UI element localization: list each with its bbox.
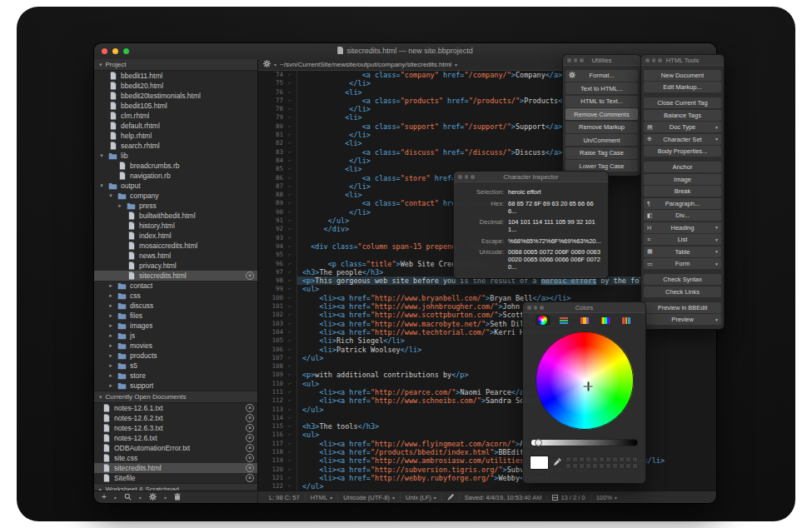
- tree-item[interactable]: builtwithbedit.html: [94, 211, 257, 221]
- crayons-mode-button[interactable]: [619, 315, 634, 326]
- palette-window-buttons[interactable]: [458, 175, 475, 179]
- tree-item[interactable]: ▸contact: [94, 281, 257, 291]
- character-inspector-titlebar[interactable]: Character Inspector: [454, 172, 608, 182]
- open-document-item[interactable]: notes-12.6.2.txt×: [94, 413, 257, 423]
- html-tools-button-doc-type[interactable]: ▤Doc Type▼: [644, 122, 721, 132]
- tree-item[interactable]: breadcrumbs.rb: [94, 161, 257, 171]
- tree-item[interactable]: ▸discuss: [94, 301, 257, 311]
- html-tools-button-break[interactable]: Break: [644, 186, 721, 197]
- swatch-grid[interactable]: [565, 456, 638, 469]
- code-line[interactable]: 115⌐<h3>The tools</h3>: [258, 422, 716, 431]
- code-line[interactable]: 108⌐: [258, 362, 716, 371]
- trash-icon[interactable]: [174, 493, 181, 502]
- swatch-cell[interactable]: [632, 463, 638, 469]
- close-document-icon[interactable]: ×: [246, 404, 254, 412]
- palette-window-buttons[interactable]: [527, 306, 544, 310]
- tree-item[interactable]: search.rhtml: [94, 141, 257, 151]
- tree-item[interactable]: ▸files: [94, 311, 257, 321]
- close-document-icon[interactable]: ×: [246, 414, 254, 422]
- swatch-cell[interactable]: [565, 456, 571, 462]
- tree-item[interactable]: ▾output: [94, 181, 257, 191]
- color-crosshair[interactable]: [584, 382, 593, 391]
- brightness-slider-knob[interactable]: [535, 439, 542, 446]
- swatch-cell[interactable]: [619, 456, 625, 462]
- add-item-button[interactable]: +: [102, 493, 107, 501]
- search-dropdown-icon[interactable]: ▾: [139, 495, 142, 501]
- html-tools-button-check-links[interactable]: Check Links: [644, 286, 721, 297]
- close-document-icon[interactable]: ×: [246, 444, 254, 452]
- open-document-item[interactable]: notes-12.6.1.txt×: [94, 403, 257, 413]
- tree-item[interactable]: bbedit20.html: [94, 81, 257, 91]
- open-document-item[interactable]: Sitefile×: [94, 473, 257, 483]
- code-line[interactable]: 111⌐ <li><a href="http://pearce.com/">Na…: [258, 388, 716, 396]
- html-tools-button-preview[interactable]: Preview▼: [644, 314, 721, 325]
- disclosure-open-icon[interactable]: ▾: [99, 62, 102, 68]
- html-tools-button-div[interactable]: ◧Div...: [644, 210, 721, 221]
- code-line[interactable]: 109⌐<p>with additional contributions by<…: [258, 371, 716, 379]
- eyedropper-icon[interactable]: [553, 455, 561, 470]
- brightness-slider[interactable]: [531, 440, 637, 446]
- palette-mode-button[interactable]: [577, 315, 592, 326]
- palette-window-buttons[interactable]: [567, 58, 584, 62]
- swatch-cell[interactable]: [612, 463, 618, 469]
- disclosure-closed-icon[interactable]: ▸: [107, 282, 114, 289]
- tree-item[interactable]: ▸store: [94, 371, 257, 381]
- color-wheel-mode-button[interactable]: [536, 315, 550, 326]
- close-document-icon[interactable]: ×: [246, 464, 254, 472]
- code-line[interactable]: 107⌐</ul>: [258, 354, 716, 362]
- edit-indicator[interactable]: [442, 494, 460, 501]
- disclosure-closed-icon[interactable]: ▸: [107, 302, 114, 309]
- disclosure-closed-icon[interactable]: ▸: [117, 202, 123, 209]
- open-document-item[interactable]: sitecredits.html×: [94, 463, 257, 473]
- tree-item[interactable]: ▾lib: [94, 151, 257, 161]
- language-menu[interactable]: HTML▾: [306, 494, 338, 501]
- swatch-cell[interactable]: [599, 463, 605, 469]
- tree-item[interactable]: ▸movies: [94, 341, 257, 351]
- swatch-cell[interactable]: [619, 463, 625, 469]
- code-line[interactable]: 112⌐ <li><a href="http://www.schneibs.co…: [258, 396, 716, 405]
- html-tools-button-preview-in-bbedit[interactable]: Preview in BBEdit: [644, 302, 721, 313]
- colors-palette-titlebar[interactable]: Colors: [523, 302, 645, 313]
- encoding-menu[interactable]: Unicode (UTF-8)▾: [338, 494, 401, 501]
- sliders-mode-button[interactable]: [556, 315, 571, 326]
- palette-window-buttons[interactable]: [645, 58, 662, 62]
- code-line[interactable]: 120⌐ <li><a href="http://subversion.tigr…: [258, 466, 716, 474]
- swatch-cell[interactable]: [592, 463, 598, 469]
- html-tools-button-heading[interactable]: HHeading▼: [644, 222, 721, 233]
- swatch-cell[interactable]: [599, 456, 605, 462]
- swatch-cell[interactable]: [585, 456, 591, 462]
- code-line[interactable]: 116⌐<ul>: [258, 431, 716, 439]
- tree-item[interactable]: ▸images: [94, 321, 257, 331]
- close-document-icon[interactable]: ×: [246, 434, 254, 442]
- utilities-palette-titlebar[interactable]: Utilities: [563, 55, 640, 66]
- swatch-cell[interactable]: [579, 463, 585, 469]
- code-line[interactable]: 119⌐ <li><a href="http://www.ambrosiasw.…: [258, 456, 716, 465]
- disclosure-closed-icon[interactable]: ▸: [107, 362, 114, 369]
- tree-item[interactable]: history.html: [94, 221, 257, 231]
- close-document-icon[interactable]: ×: [246, 454, 254, 462]
- tree-item[interactable]: privacy.html: [94, 261, 257, 271]
- utilities-button-raise-tag-case[interactable]: Raise Tag Case: [565, 147, 638, 159]
- gear-dropdown-icon[interactable]: ▾: [164, 495, 167, 501]
- tree-item[interactable]: ▸press: [94, 201, 257, 211]
- swatch-cell[interactable]: [625, 456, 631, 462]
- disclosure-closed-icon[interactable]: ▸: [107, 332, 114, 339]
- utilities-button-lower-tag-case[interactable]: Lower Tag Case: [565, 160, 638, 172]
- disclosure-closed-icon[interactable]: ▸: [107, 322, 114, 329]
- html-tools-button-form[interactable]: ▭Form▼: [644, 258, 721, 269]
- search-icon[interactable]: [124, 493, 132, 502]
- utilities-button-html-to-text[interactable]: HTML to Text...: [565, 96, 638, 107]
- swatch-cell[interactable]: [572, 463, 578, 469]
- html-tools-button-character-set[interactable]: ⊕Character Set▼: [644, 134, 721, 145]
- html-tools-button-image[interactable]: Image: [644, 174, 721, 185]
- disclosure-closed-icon[interactable]: ▸: [107, 352, 114, 359]
- spectrum-mode-button[interactable]: [598, 315, 613, 326]
- editor-gear-icon[interactable]: [263, 60, 271, 69]
- code-line[interactable]: 122⌐</ul>: [258, 482, 716, 491]
- swatch-cell[interactable]: [565, 463, 571, 469]
- code-line[interactable]: 110⌐<ul>: [258, 380, 716, 388]
- swatch-cell[interactable]: [612, 456, 618, 462]
- code-line[interactable]: 121⌐ <li><a href="http://webby.rubyforge…: [258, 474, 716, 482]
- tree-item[interactable]: ▾company: [94, 191, 257, 201]
- tree-item[interactable]: bbedit105.html: [94, 101, 257, 111]
